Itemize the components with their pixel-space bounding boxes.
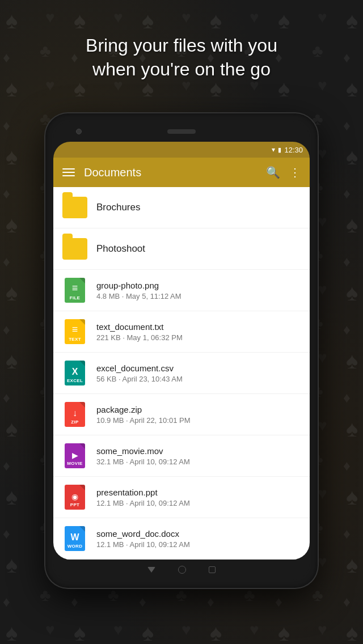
file-info: some_word_doc.docx 12.1 MB · April 10, 0… [96,529,301,549]
file-info: Photoshoot [96,243,301,255]
list-item[interactable]: ≡ File group-photo.png 4.8 MB · May 5, 1… [53,270,310,311]
file-meta: 32.1 MB · April 10, 09:12 AM [96,457,301,466]
file-info: Brochures [96,202,301,213]
file-info: presentation.ppt 12.1 MB · April 10, 09:… [96,488,301,507]
file-meta: 12.1 MB · April 10, 09:12 AM [96,540,301,549]
list-item[interactable]: Photoshoot [53,228,310,270]
file-name: excel_document.csv [96,363,301,373]
file-icon-symbol: ≡ [72,282,78,294]
file-icon-txt: ≡ Text [62,319,87,344]
hero-title: Bring your files with youwhen you're on … [11,34,352,81]
file-icon-mov: ▶ Movie [62,443,87,468]
file-icon-label: PPT [70,502,79,507]
file-doc-shape: ↓ ZIP [65,402,85,427]
search-icon[interactable]: 🔍 [266,166,280,179]
list-item[interactable]: ≡ Text text_document.txt 221 KB · May 1,… [53,311,310,353]
folder-icon-brochures [62,195,87,220]
file-icon-png: ≡ File [62,278,87,303]
file-name: Brochures [96,202,301,213]
status-time: 12:30 [284,146,303,154]
phone-bottom [53,560,310,580]
app-toolbar: Documents 🔍 ⋮ [53,158,310,187]
file-name: presentation.ppt [96,488,301,497]
file-list: Brochures Photoshoot ≡ [53,187,310,560]
hero-section: Bring your files with youwhen you're on … [0,23,363,92]
file-meta: 221 KB · May 1, 06:32 PM [96,333,301,342]
file-meta: 56 KB · April 23, 10:43 AM [96,375,301,383]
folder-icon-photoshoot [62,236,87,261]
file-info: group-photo.png 4.8 MB · May 5, 11:12 AM [96,281,301,300]
file-info: text_document.txt 221 KB · May 1, 06:32 … [96,322,301,342]
file-info: excel_document.csv 56 KB · April 23, 10:… [96,363,301,383]
file-icon-ppt: ◉ PPT [62,485,87,510]
file-doc-shape: X Excel [65,361,85,385]
file-name: some_word_doc.docx [96,529,301,539]
toolbar-actions: 🔍 ⋮ [266,166,301,179]
file-doc-shape: ▶ Movie [65,443,85,468]
file-icon-docx: W Word [62,526,87,551]
file-icon-zip: ↓ ZIP [62,402,87,427]
file-name: Photoshoot [96,243,301,255]
file-name: group-photo.png [96,281,301,290]
phone-camera [76,129,82,134]
home-button[interactable] [178,566,186,574]
file-icon-label: Movie [67,461,82,466]
hamburger-line-3 [62,175,75,176]
file-doc-shape: ≡ Text [65,319,85,344]
file-icon-label: Word [67,544,83,549]
folder-shape [62,197,87,218]
list-item[interactable]: ↓ ZIP package.zip 10.9 MB · April 22, 10… [53,394,310,435]
file-icon-symbol: W [70,532,79,543]
file-name: text_document.txt [96,322,301,332]
list-item[interactable]: X Excel excel_document.csv 56 KB · April… [53,353,310,394]
phone-mockup: ▾ ▮ 12:30 Documents 🔍 ⋮ [45,113,318,588]
file-icon-label: ZIP [71,420,78,425]
battery-icon: ▮ [278,146,281,154]
list-item[interactable]: ◉ PPT presentation.ppt 12.1 MB · April 1… [53,477,310,518]
file-icon-label: File [70,295,81,300]
file-doc-shape: ◉ PPT [65,485,85,510]
more-options-icon[interactable]: ⋮ [289,166,301,179]
phone-top [53,121,310,142]
hamburger-button[interactable] [62,168,75,176]
file-icon-symbol: ↓ [73,408,77,418]
wifi-icon: ▾ [272,146,275,154]
phone-speaker [167,129,196,134]
file-icon-label: Text [69,337,81,342]
file-meta: 4.8 MB · May 5, 11:12 AM [96,292,301,300]
file-icon-label: Excel [67,378,83,383]
file-name: some_movie.mov [96,446,301,456]
file-icon-symbol: ≡ [72,324,78,336]
list-item[interactable]: W Word some_word_doc.docx 12.1 MB · Apri… [53,518,310,560]
file-info: some_movie.mov 32.1 MB · April 10, 09:12… [96,446,301,466]
back-button[interactable] [147,567,155,573]
hamburger-line-1 [62,168,75,170]
list-item[interactable]: ▶ Movie some_movie.mov 32.1 MB · April 1… [53,435,310,477]
file-info: package.zip 10.9 MB · April 22, 10:01 PM [96,405,301,425]
file-doc-shape: ≡ File [65,278,85,303]
file-meta: 10.9 MB · April 22, 10:01 PM [96,416,301,425]
hamburger-line-2 [62,172,75,173]
recents-button[interactable] [209,566,216,573]
file-icon-symbol: X [72,367,78,377]
file-icon-csv: X Excel [62,361,87,385]
status-icons: ▾ ▮ 12:30 [272,146,303,154]
folder-shape [62,238,87,260]
file-icon-symbol: ◉ [71,492,78,501]
file-name: package.zip [96,405,301,414]
file-meta: 12.1 MB · April 10, 09:12 AM [96,499,301,507]
file-icon-symbol: ▶ [72,451,78,460]
toolbar-title: Documents [84,166,257,179]
list-item[interactable]: Brochures [53,187,310,228]
status-bar: ▾ ▮ 12:30 [53,142,310,158]
file-doc-shape: W Word [65,526,85,551]
